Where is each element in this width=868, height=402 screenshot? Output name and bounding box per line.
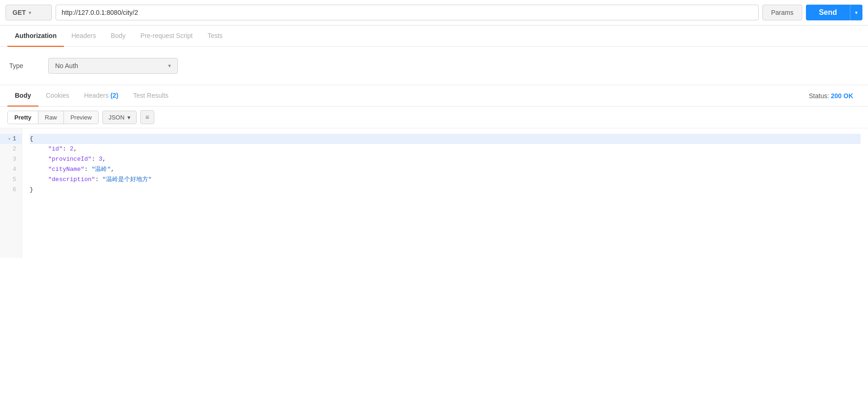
tab-tests[interactable]: Tests xyxy=(200,25,230,47)
resp-tab-cookies[interactable]: Cookies xyxy=(38,85,77,107)
response-tabs: Body Cookies Headers (2) Test Results St… xyxy=(0,85,868,107)
format-tabs: Pretty Raw Preview xyxy=(7,111,99,124)
wrap-icon: ≡ xyxy=(145,113,149,121)
code-line-2: "id": 2, xyxy=(30,144,861,154)
send-chevron-button[interactable]: ▾ xyxy=(850,5,862,20)
url-bar: GET ▾ Params Send ▾ xyxy=(0,0,868,25)
line-numbers: ▾1 2 3 4 5 6 xyxy=(0,128,22,258)
status-value: 200 OK xyxy=(831,92,853,100)
tab-body[interactable]: Body xyxy=(103,25,133,47)
line-number-1: ▾1 xyxy=(0,134,22,144)
line-number-6: 6 xyxy=(0,185,22,195)
code-line-3: "provinceId": 3, xyxy=(30,154,861,164)
line-number-2: 2 xyxy=(0,144,22,154)
tab-authorization[interactable]: Authorization xyxy=(7,25,64,47)
method-chevron-icon: ▾ xyxy=(29,10,31,15)
line-number-5: 5 xyxy=(0,175,22,185)
auth-type-select[interactable]: No Auth ▾ xyxy=(48,58,178,74)
line-number-4: 4 xyxy=(0,164,22,175)
format-tab-raw[interactable]: Raw xyxy=(38,111,64,124)
code-line-1: { xyxy=(30,134,861,144)
resp-tab-test-results[interactable]: Test Results xyxy=(126,85,176,107)
resp-tab-headers[interactable]: Headers (2) xyxy=(77,85,126,107)
wrap-button[interactable]: ≡ xyxy=(140,110,154,124)
auth-section: Type No Auth ▾ xyxy=(0,47,868,85)
code-view: ▾1 2 3 4 5 6 { "id": 2, "provinceId": 3,… xyxy=(0,128,868,258)
code-content: { "id": 2, "provinceId": 3, "cityName": … xyxy=(22,128,868,258)
code-line-5: "description": "温岭是个好地方" xyxy=(30,175,861,185)
method-label: GET xyxy=(13,9,26,16)
headers-badge: (2) xyxy=(110,92,118,99)
collapse-icon[interactable]: ▾ xyxy=(8,135,11,143)
code-line-4: "cityName": "温岭", xyxy=(30,164,861,175)
code-line-6: } xyxy=(30,185,861,195)
send-btn-group: Send ▾ xyxy=(806,5,862,20)
format-bar: Pretty Raw Preview JSON ▾ ≡ xyxy=(0,107,868,128)
response-section: Body Cookies Headers (2) Test Results St… xyxy=(0,85,868,258)
url-input[interactable] xyxy=(56,5,759,20)
method-select[interactable]: GET ▾ xyxy=(6,5,52,20)
auth-type-label: Type xyxy=(9,62,37,69)
format-type-chevron-icon: ▾ xyxy=(127,114,131,121)
line-number-3: 3 xyxy=(0,154,22,164)
request-tabs: Authorization Headers Body Pre-request S… xyxy=(0,25,868,47)
format-tab-preview[interactable]: Preview xyxy=(64,111,98,124)
auth-chevron-icon: ▾ xyxy=(168,63,171,69)
params-button[interactable]: Params xyxy=(762,5,802,20)
format-tab-pretty[interactable]: Pretty xyxy=(8,111,38,124)
resp-tab-body[interactable]: Body xyxy=(7,85,38,107)
tab-pre-request-script[interactable]: Pre-request Script xyxy=(133,25,200,47)
send-button[interactable]: Send xyxy=(806,5,850,20)
response-status: Status: 200 OK xyxy=(801,86,861,106)
auth-row: Type No Auth ▾ xyxy=(9,58,859,74)
auth-type-value: No Auth xyxy=(55,62,78,69)
tab-headers[interactable]: Headers xyxy=(64,25,103,47)
format-type-label: JSON xyxy=(108,114,125,121)
format-type-select[interactable]: JSON ▾ xyxy=(102,111,137,124)
status-label: Status: xyxy=(809,92,829,100)
